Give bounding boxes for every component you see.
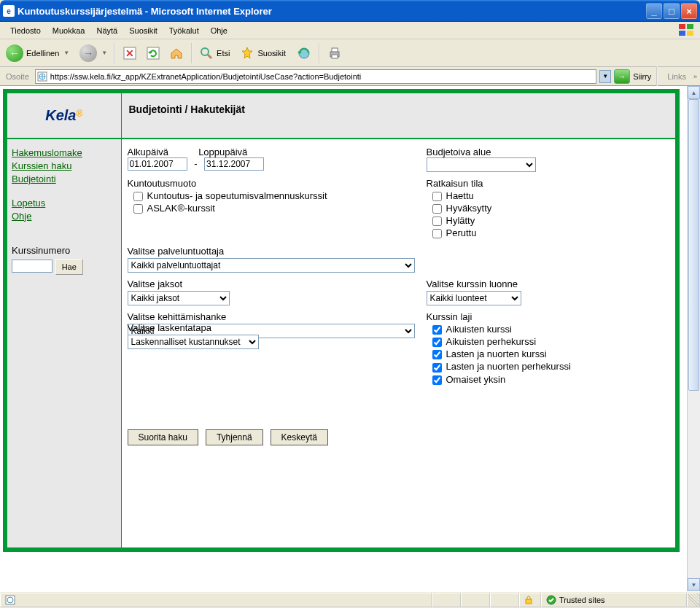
menu-tiedosto[interactable]: Tiedosto [4, 25, 47, 36]
links-chevron-icon[interactable]: » [693, 73, 697, 80]
maximize-button[interactable]: □ [664, 3, 680, 19]
kurssin-luonne-select[interactable]: Kaikki luonteet [427, 291, 521, 305]
toolbar: ← Edellinen ▼ → ▼ ✕ Etsi Suosikit [0, 39, 700, 67]
hae-button[interactable]: Hae [55, 259, 83, 275]
go-button[interactable]: → [614, 69, 630, 84]
kl-omaiset-yksin-checkbox[interactable] [432, 375, 442, 385]
scroll-down-button[interactable]: ▼ [688, 578, 700, 591]
forward-dropdown-icon[interactable]: ▼ [101, 50, 107, 56]
url-input-container[interactable]: https://ssw.kela.fi/kz_app/KZExtranetApp… [35, 69, 596, 84]
menu-tyokalut[interactable]: Työkalut [163, 25, 205, 36]
nav-kurssien-haku[interactable]: Kurssien haku [12, 160, 117, 173]
tyhjenna-button[interactable]: Tyhjennä [206, 429, 263, 445]
rt-peruttu-checkbox[interactable] [432, 229, 442, 238]
separator [191, 43, 192, 63]
km-kuntoutus-checkbox[interactable] [133, 192, 143, 201]
svg-text:✕: ✕ [125, 47, 134, 59]
kl-lasten-kurssi-checkbox[interactable] [432, 350, 442, 359]
budjetoiva-alue-select[interactable] [427, 157, 536, 172]
kl-opt5-label: Omaiset yksin [446, 374, 506, 385]
kl-lasten-perhekurssi-checkbox[interactable] [432, 363, 442, 373]
printer-icon [327, 46, 342, 61]
rt-hyvaksytty-checkbox[interactable] [432, 204, 442, 214]
laskentatapa-select[interactable]: Laskennalliset kustannukset [128, 335, 259, 349]
nav-budjetointi[interactable]: Budjetointi [12, 173, 117, 186]
scroll-up-button[interactable]: ▲ [688, 86, 700, 99]
refresh-button[interactable] [142, 42, 164, 64]
menu-nayta[interactable]: Näytä [90, 25, 123, 36]
logo-badge-icon: ® [76, 109, 82, 119]
svg-rect-6 [147, 47, 159, 59]
zone-text: Trusted sites [559, 596, 605, 604]
address-label: Osoite [3, 72, 32, 81]
forward-button[interactable]: → ▼ [77, 42, 110, 64]
palveluntuottaja-label: Valitse palveluntuottaja [128, 246, 427, 257]
svg-point-7 [201, 48, 209, 55]
rt-opt4-label: Peruttu [446, 227, 477, 238]
kl-aikuisten-perhekurssi-checkbox[interactable] [432, 338, 442, 347]
nav-lopetus[interactable]: Lopetus [12, 197, 117, 210]
alkupaiva-input[interactable] [128, 157, 187, 171]
star-icon [240, 46, 254, 61]
alkupaiva-label: Alkupäivä [128, 147, 196, 157]
history-button[interactable] [293, 42, 315, 64]
sidebar-nav: Hakemuslomake Kurssien haku Budjetointi … [7, 139, 121, 547]
km-aslak-checkbox[interactable] [133, 204, 143, 214]
km-opt1-label: Kuntoutus- ja sopeutumisvalmennuskurssit [147, 190, 327, 201]
date-separator: - [194, 158, 197, 169]
minimize-button[interactable]: _ [646, 3, 662, 19]
kurssinumero-input[interactable] [12, 260, 52, 273]
loppupaiva-input[interactable] [204, 157, 264, 171]
menu-muokkaa[interactable]: Muokkaa [47, 25, 91, 36]
stop-button[interactable]: ✕ [119, 42, 141, 64]
ie-app-icon: e [3, 5, 15, 17]
url-dropdown-button[interactable]: ▼ [599, 70, 611, 83]
vertical-scrollbar[interactable]: ▲ ▼ [687, 86, 700, 591]
palveluntuottaja-select[interactable]: Kaikki palveluntuottajat [128, 258, 415, 273]
home-icon [169, 46, 184, 61]
back-dropdown-icon[interactable]: ▼ [63, 50, 69, 56]
window-title: Kuntoutuskurssijärjestelmä - Microsoft I… [18, 6, 645, 17]
separator [656, 66, 658, 87]
menu-ohje[interactable]: Ohje [205, 25, 233, 36]
back-button[interactable]: ← Edellinen ▼ [3, 42, 75, 64]
search-button[interactable]: Etsi [196, 42, 236, 64]
svg-line-8 [208, 55, 211, 58]
loppupaiva-label: Loppupäivä [198, 147, 247, 157]
nav-hakemuslomake[interactable]: Hakemuslomake [12, 147, 117, 160]
kela-logo: Kela [45, 107, 76, 123]
refresh-icon [146, 46, 160, 61]
jaksot-select[interactable]: Kaikki jaksot [128, 291, 230, 305]
status-bar: Trusted sites [0, 591, 700, 608]
kl-opt4-label: Lasten ja nuorten perhekurssi [446, 361, 571, 372]
scroll-thumb[interactable] [688, 99, 699, 391]
rt-hylatty-checkbox[interactable] [432, 217, 442, 226]
status-left [0, 593, 432, 607]
kehittamishanke-label: Valitse kehittämishanke [128, 311, 427, 322]
keskeyta-button[interactable]: Keskeytä [271, 429, 328, 445]
status-zone: Trusted sites [541, 593, 687, 607]
kl-aikuisten-kurssi-checkbox[interactable] [432, 325, 442, 335]
rt-haettu-checkbox[interactable] [432, 192, 442, 201]
search-label: Etsi [217, 49, 230, 58]
svg-rect-3 [687, 31, 693, 36]
print-button[interactable] [324, 42, 346, 64]
menu-suosikit[interactable]: Suosikit [123, 25, 163, 36]
home-button[interactable] [166, 42, 187, 64]
url-text[interactable]: https://ssw.kela.fi/kz_app/KZExtranetApp… [50, 72, 594, 81]
svg-rect-2 [679, 31, 685, 36]
nav-ohje[interactable]: Ohje [12, 210, 117, 223]
window-titlebar: e Kuntoutuskurssijärjestelmä - Microsoft… [0, 0, 700, 22]
resize-grip[interactable] [687, 593, 700, 607]
links-label[interactable]: Links [663, 72, 691, 81]
kurssin-laji-label: Kurssin laji [427, 311, 670, 322]
browser-viewport: Kela® Budjetointi / Hakutekijät Hakemusl… [0, 86, 700, 591]
close-button[interactable]: × [681, 3, 697, 19]
favorites-button[interactable]: Suosikit [237, 42, 292, 64]
budjetoiva-alue-label: Budjetoiva alue [427, 147, 670, 157]
search-icon [199, 46, 214, 61]
kurssin-luonne-label: Valitse kurssin luonne [427, 278, 670, 289]
separator [319, 43, 320, 63]
suorita-haku-button[interactable]: Suorita haku [128, 429, 198, 445]
form-area: Alkupäivä Loppupäivä - Budjetoiva alue [121, 139, 675, 547]
